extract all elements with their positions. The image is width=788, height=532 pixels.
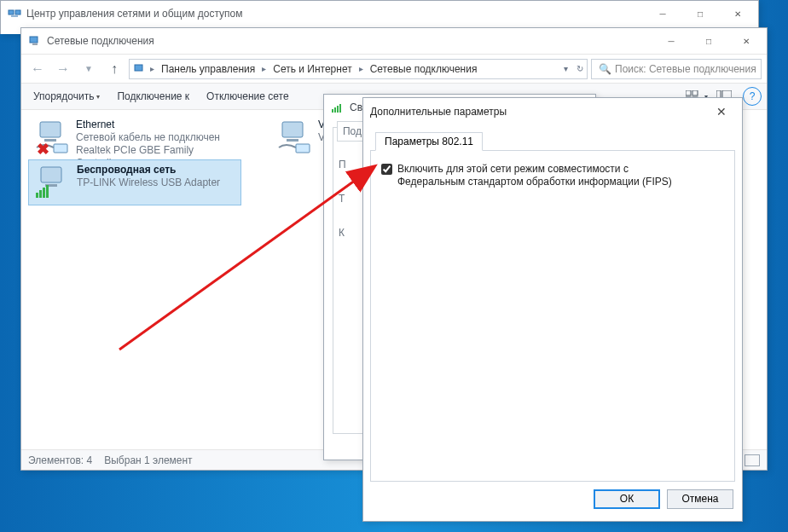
wireless-icon bbox=[34, 164, 72, 201]
svg-rect-6 bbox=[686, 90, 691, 95]
win1-titlebar[interactable]: Центр управления сетями и общим доступом… bbox=[1, 1, 758, 26]
advanced-settings-dialog: Дополнительные параметры ✕ Параметры 802… bbox=[362, 97, 743, 522]
fips-checkbox-row[interactable]: Включить для этой сети режим совместимос… bbox=[381, 163, 724, 188]
adapter-device: TP-LINK Wireless USB Adapter bbox=[77, 176, 220, 189]
addr-dropdown-icon[interactable]: ▾ bbox=[564, 64, 568, 73]
win4-title: Дополнительные параметры bbox=[370, 106, 703, 118]
tab-80211[interactable]: Параметры 802.11 bbox=[375, 132, 483, 151]
chevron-right-icon: ▸ bbox=[150, 64, 154, 73]
network-center-icon bbox=[8, 7, 21, 20]
chevron-right-icon: ▸ bbox=[359, 64, 363, 73]
fips-label-line2: Федеральным стандартом обработки информа… bbox=[397, 176, 672, 188]
svg-rect-25 bbox=[332, 109, 333, 113]
svg-rect-3 bbox=[30, 37, 38, 43]
dialog-button-row: ОК Отмена bbox=[363, 482, 742, 516]
svg-rect-19 bbox=[39, 190, 42, 198]
svg-rect-14 bbox=[54, 144, 67, 153]
ok-button[interactable]: ОК bbox=[594, 489, 660, 509]
network-connections-icon bbox=[28, 34, 42, 48]
fips-checkbox-label: Включить для этой сети режим совместимос… bbox=[397, 163, 672, 188]
svg-rect-7 bbox=[692, 90, 698, 95]
tab-body: Включить для этой сети режим совместимос… bbox=[370, 151, 735, 482]
svg-text:✖: ✖ bbox=[37, 141, 49, 156]
win2-maximize-button[interactable]: □ bbox=[690, 29, 727, 53]
svg-rect-26 bbox=[334, 107, 336, 113]
svg-rect-23 bbox=[287, 139, 298, 142]
svg-rect-1 bbox=[15, 10, 20, 14]
search-input[interactable]: 🔍 Поиск: Сетевые подключения bbox=[591, 59, 762, 79]
cancel-button[interactable]: Отмена bbox=[667, 489, 733, 509]
nav-up-button[interactable]: ↑ bbox=[103, 58, 125, 80]
status-count: Элементов: 4 bbox=[28, 454, 92, 466]
svg-rect-16 bbox=[41, 167, 61, 182]
fips-label-line1: Включить для этой сети режим совместимос… bbox=[397, 163, 629, 175]
adapter-status: Сетевой кабель не подключен bbox=[76, 131, 236, 144]
search-icon: 🔍 bbox=[599, 63, 611, 75]
win1-maximize-button[interactable]: □ bbox=[681, 2, 719, 26]
breadcrumb-root[interactable]: Панель управления bbox=[158, 63, 258, 75]
win2-title: Сетевые подключения bbox=[47, 35, 652, 47]
svg-rect-18 bbox=[36, 193, 38, 198]
svg-rect-0 bbox=[9, 10, 14, 14]
nav-forward-button[interactable]: → bbox=[52, 58, 74, 80]
vmware-adapter-icon bbox=[275, 119, 313, 156]
status-selected: Выбран 1 элемент bbox=[104, 454, 192, 466]
svg-rect-28 bbox=[339, 104, 341, 113]
fips-checkbox[interactable] bbox=[381, 164, 392, 175]
adapter-name: Ethernet bbox=[76, 119, 236, 131]
connect-to-button[interactable]: Подключение к bbox=[110, 87, 196, 106]
win4-close-button[interactable]: ✕ bbox=[703, 100, 740, 124]
svg-rect-12 bbox=[40, 122, 61, 137]
address-bar[interactable]: ▸ Панель управления ▸ Сеть и Интернет ▸ … bbox=[129, 59, 588, 79]
addr-refresh-icon[interactable]: ↻ bbox=[577, 64, 583, 73]
svg-rect-4 bbox=[32, 43, 38, 45]
breadcrumb-leaf[interactable]: Сетевые подключения bbox=[367, 63, 481, 75]
chevron-right-icon: ▸ bbox=[262, 64, 266, 73]
svg-rect-24 bbox=[296, 144, 310, 153]
nav-bar: ← → ▼ ↑ ▸ Панель управления ▸ Сеть и Инт… bbox=[21, 54, 767, 83]
addr-network-icon bbox=[133, 62, 147, 76]
win1-minimize-button[interactable]: ─ bbox=[644, 2, 681, 26]
search-placeholder: Поиск: Сетевые подключения bbox=[615, 63, 756, 75]
win1-close-button[interactable]: ✕ bbox=[719, 2, 756, 26]
svg-rect-20 bbox=[43, 188, 45, 198]
ethernet-icon: ✖ bbox=[33, 119, 71, 156]
win1-title: Центр управления сетями и общим доступом bbox=[26, 8, 644, 20]
organize-button[interactable]: Упорядочить▾ bbox=[26, 87, 107, 106]
wifi-bars-icon bbox=[331, 101, 345, 114]
adapter-name: Беспроводная сеть bbox=[77, 164, 220, 176]
disconnect-button[interactable]: Отключение сете bbox=[200, 87, 296, 106]
tab-header: Параметры 802.11 bbox=[370, 129, 735, 151]
nav-recent-button[interactable]: ▼ bbox=[78, 58, 100, 80]
breadcrumb-mid[interactable]: Сеть и Интернет bbox=[269, 63, 355, 75]
win2-close-button[interactable]: ✕ bbox=[727, 29, 765, 53]
win4-titlebar[interactable]: Дополнительные параметры ✕ bbox=[363, 98, 742, 125]
svg-rect-5 bbox=[135, 65, 142, 71]
win2-minimize-button[interactable]: ─ bbox=[652, 29, 690, 53]
adapter-item-wireless[interactable]: Беспроводная сеть TP-LINK Wireless USB A… bbox=[28, 159, 241, 205]
svg-rect-21 bbox=[46, 185, 49, 198]
view-mode-details-icon[interactable] bbox=[745, 454, 760, 466]
win2-titlebar[interactable]: Сетевые подключения ─ □ ✕ bbox=[21, 28, 767, 54]
svg-rect-27 bbox=[337, 106, 339, 113]
help-button[interactable]: ? bbox=[743, 87, 762, 106]
nav-back-button[interactable]: ← bbox=[26, 58, 49, 80]
svg-rect-22 bbox=[282, 122, 303, 137]
chevron-down-icon: ▾ bbox=[96, 93, 100, 101]
